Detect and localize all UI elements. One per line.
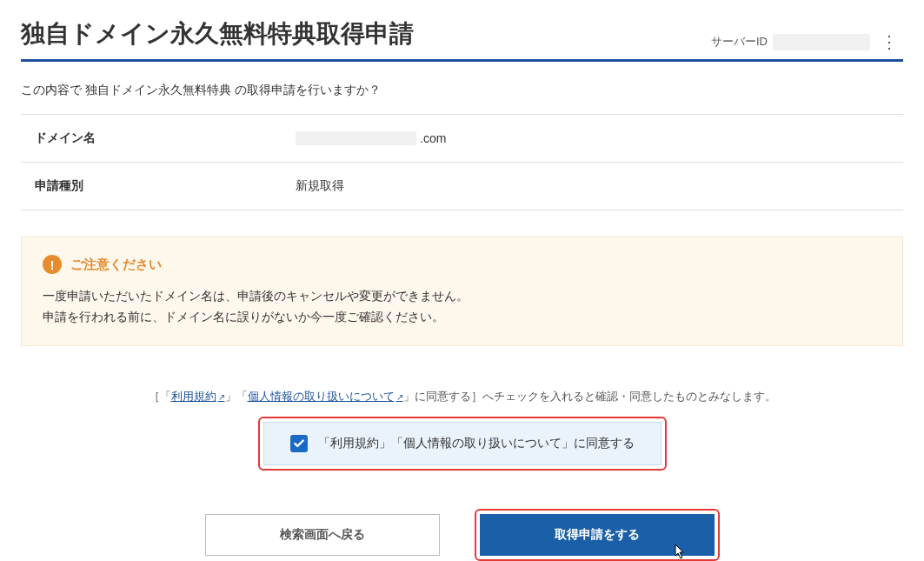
external-link-icon: ↗ (396, 392, 403, 402)
domain-redacted: xxxxxxx (296, 131, 416, 145)
privacy-link[interactable]: 個人情報の取り扱いについて↗ (248, 391, 403, 403)
type-label: 申請種別 (35, 178, 296, 194)
type-value: 新規取得 (296, 178, 344, 194)
page-header: 独自ドメイン永久無料特典取得申請 サーバーID xxxxxxxx ⋮ (21, 17, 903, 62)
table-row: ドメイン名 xxxxxxx .com (21, 115, 903, 163)
kebab-menu-icon[interactable]: ⋮ (875, 33, 903, 50)
terms-link[interactable]: 利用規約↗ (171, 391, 225, 403)
notice-body: 一度申請いただいたドメイン名は、申請後のキャンセルや変更ができません。 申請を行… (43, 286, 881, 328)
button-row: 検索画面へ戻る 取得申請をする (21, 509, 903, 561)
back-button[interactable]: 検索画面へ戻る (205, 514, 440, 556)
cursor-icon (670, 542, 688, 561)
domain-value: xxxxxxx .com (296, 130, 446, 146)
server-id-area: サーバーID xxxxxxxx ⋮ (711, 33, 903, 50)
notice-title: ご注意ください (70, 257, 162, 273)
consent-box[interactable]: 「利用規約」「個人情報の取り扱いについて」に同意する (263, 422, 661, 465)
submit-button[interactable]: 取得申請をする (480, 514, 715, 556)
notice-line: 申請を行われる前に、ドメイン名に誤りがないか今一度ご確認ください。 (43, 307, 881, 328)
notice-box: ! ご注意ください 一度申請いただいたドメイン名は、申請後のキャンセルや変更がで… (21, 237, 903, 346)
warning-icon: ! (43, 255, 62, 274)
consent-checkbox[interactable] (290, 435, 308, 452)
consent-highlight: 「利用規約」「個人情報の取り扱いについて」に同意する (258, 417, 667, 471)
consent-label: 「利用規約」「個人情報の取り扱いについて」に同意する (318, 436, 635, 451)
notice-header: ! ご注意ください (43, 255, 881, 274)
notice-line: 一度申請いただいたドメイン名は、申請後のキャンセルや変更ができません。 (43, 286, 881, 307)
domain-label: ドメイン名 (35, 130, 296, 146)
terms-note: ［「利用規約↗」「個人情報の取り扱いについて↗」に同意する］へチェックを入れると… (21, 390, 903, 404)
page-title: 独自ドメイン永久無料特典取得申請 (21, 17, 414, 50)
info-table: ドメイン名 xxxxxxx .com 申請種別 新規取得 (21, 114, 903, 210)
domain-suffix: .com (420, 131, 446, 145)
external-link-icon: ↗ (218, 392, 225, 402)
server-id-value: xxxxxxxx (773, 34, 870, 50)
check-icon (293, 437, 305, 450)
intro-text: この内容で 独自ドメイン永久無料特典 の取得申請を行いますか？ (21, 83, 903, 98)
submit-highlight: 取得申請をする (475, 509, 720, 561)
server-id-label: サーバーID (711, 34, 768, 50)
table-row: 申請種別 新規取得 (21, 163, 903, 210)
